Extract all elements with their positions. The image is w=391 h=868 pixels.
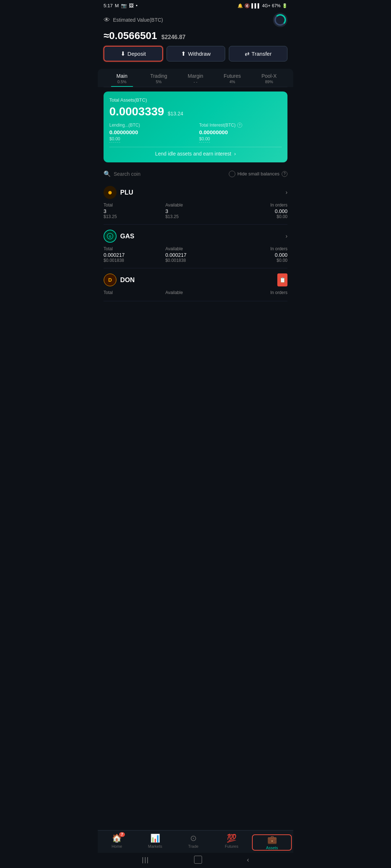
deposit-icon: ⬇ [121,50,125,57]
plu-total-usd: $13.25 [104,214,164,219]
action-buttons: ⬇ Deposit ⬆ Withdraw ⇄ Transfer [98,46,293,67]
search-coin-input[interactable] [114,171,225,177]
transfer-label: Transfer [252,51,272,57]
portfolio-ring [274,14,286,26]
gas-symbol: GAS [120,233,134,240]
dot-indicator: • [136,3,138,8]
plu-symbol: PLU [120,189,133,196]
don-icon: D [104,273,117,286]
lending-label: Lending...(BTC) [109,123,192,128]
hide-balances-label: Hide small balances [237,171,279,176]
time: 5:17 [104,3,113,8]
system-menu-icon[interactable]: ||| [142,856,149,864]
gas-orders-col: In orders 0.000 $0.00 [227,246,287,263]
header: 👁 Estimated Value(BTC) [98,10,293,29]
lending-btc: 0.00000000 [109,129,192,135]
coin-item-don[interactable]: D DON 📋 Total Available [104,268,287,301]
don-symbol: DON [120,276,135,284]
status-left: 5:17 M 📷 🖼 • [104,3,138,8]
gas-icon: G [104,230,117,243]
plu-icon: ● [104,186,117,199]
interest-label: Total Interest(BTC) [199,123,236,128]
status-right: 🔔 🔇 ▌▌▌ 4G+ 67% 🔋 [237,3,287,8]
coin-plu-name-wrap: ● PLU [104,186,133,199]
eye-icon[interactable]: 👁 [104,16,110,24]
deposit-button[interactable]: ⬇ Deposit [104,46,163,61]
signal-icon: ▌▌▌ [251,3,261,8]
coin-item-plu[interactable]: ● PLU › Total 3 $13.25 Available 3 $13.2… [104,181,287,225]
plu-total-col: Total 3 $13.25 [104,203,164,219]
nav-trade-label: Trade [188,844,198,848]
system-back-icon[interactable]: ‹ [247,856,249,864]
gas-total-label: Total [104,246,164,251]
futures-icon: 💯 [227,834,236,843]
withdraw-label: Withdraw [188,51,211,57]
gas-orders-usd: $0.00 [227,258,287,263]
nav-futures-label: Futures [225,844,238,848]
nav-home[interactable]: 🏠 7 Home [98,834,136,851]
mail-icon: M [115,3,119,8]
tab-poolx-label: Pool-X [252,73,286,79]
coin-plu-header: ● PLU › [104,186,287,199]
transfer-icon: ⇄ [245,50,249,57]
assets-icon: 💼 [267,835,277,844]
tab-poolx[interactable]: Pool-X 89% [251,69,287,87]
plu-available-col: Available 3 $13.25 [165,203,226,219]
plu-orders-value: 0.000 [227,208,287,214]
nav-markets[interactable]: 📊 Markets [136,834,175,851]
withdraw-button[interactable]: ⬆ Withdraw [167,46,225,61]
system-home-icon[interactable] [194,856,202,864]
gas-details: Total 0.000217 $0.001838 Available 0.000… [104,246,287,263]
tab-main-pct: 0.5% [105,80,139,84]
nav-home-label: Home [112,844,122,848]
plu-details: Total 3 $13.25 Available 3 $13.25 In ord… [104,203,287,219]
wallet-row: Lending...(BTC) 0.00000000 $0.00 Total I… [109,123,282,142]
tab-trading-label: Trading [142,73,176,79]
coin-item-gas[interactable]: G GAS › Total 0.000217 $0.001838 Availab… [104,225,287,268]
gas-available-usd: $0.001838 [165,258,226,263]
tab-margin[interactable]: Margin - - [177,69,214,87]
hide-balances-toggle[interactable]: Hide small balances ? [229,171,287,177]
gas-available-col: Available 0.000217 $0.001838 [165,246,226,263]
tab-main[interactable]: Main 0.5% [104,69,140,87]
coin-list: ● PLU › Total 3 $13.25 Available 3 $13.2… [98,181,293,301]
instagram-icon: 📷 [121,3,127,8]
interest-help-icon: ? [237,123,242,128]
don-red-badge: 📋 [277,273,287,286]
nav-futures[interactable]: 💯 Futures [213,834,251,851]
withdraw-icon: ⬆ [181,50,186,57]
gas-orders-value: 0.000 [227,252,287,258]
coin-don-header: D DON 📋 [104,273,287,286]
deposit-label: Deposit [127,51,146,57]
tab-main-label: Main [105,73,139,79]
tab-futures[interactable]: Futures 4% [214,69,251,87]
nav-trade[interactable]: ⊙ Trade [174,834,213,851]
nav-assets[interactable]: 💼 Assets [252,834,292,851]
bottom-nav: 🏠 7 Home 📊 Markets ⊙ Trade 💯 Futures 💼 A… [98,830,293,868]
tab-trading[interactable]: Trading 5% [140,69,177,87]
gas-orders-label: In orders [227,246,287,251]
tabs-container: Main 0.5% Trading 5% Margin - - Futures … [98,69,293,87]
coin-gas-name-wrap: G GAS [104,230,134,243]
home-badge: 7 [119,832,125,837]
battery-text: 67% [272,3,281,8]
hide-balances-circle [229,171,235,177]
wallet-divider [109,147,282,147]
gas-available-label: Available [165,246,226,251]
wallet-card-title: Total Assets(BTC) [109,97,282,103]
plu-available-value: 3 [165,208,226,214]
nav-markets-label: Markets [148,844,162,848]
svg-text:G: G [109,235,111,238]
image-icon: 🖼 [129,3,134,8]
usd-amount-text: $2246.87 [161,34,186,41]
wallet-card: Total Assets(BTC) 0.0003339 $13.24 Lendi… [104,92,287,162]
plu-chevron-icon: › [286,189,287,196]
portfolio-icon[interactable] [273,13,287,27]
svg-text:D: D [108,277,112,283]
status-bar: 5:17 M 📷 🖼 • 🔔 🔇 ▌▌▌ 4G+ 67% 🔋 [98,0,293,10]
lend-chevron-icon: › [234,151,236,157]
mute-icon: 🔇 [244,3,250,8]
lend-cta[interactable]: Lend idle assets and earn interest › [109,151,282,157]
transfer-button[interactable]: ⇄ Transfer [229,46,287,61]
trade-icon: ⊙ [190,834,197,843]
